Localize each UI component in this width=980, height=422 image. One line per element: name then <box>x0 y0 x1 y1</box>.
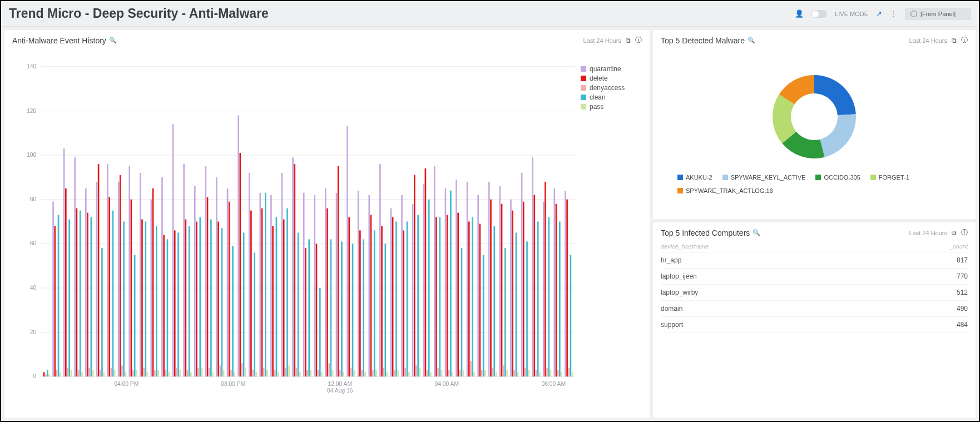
svg-rect-169 <box>374 230 375 376</box>
svg-rect-180 <box>397 370 399 376</box>
svg-rect-176 <box>390 208 392 377</box>
svg-rect-250 <box>550 370 552 376</box>
svg-rect-240 <box>528 370 529 376</box>
svg-rect-89 <box>199 217 201 377</box>
svg-rect-56 <box>128 166 130 376</box>
svg-rect-195 <box>430 372 432 376</box>
legend-item[interactable]: OCCIDO.305 <box>815 174 860 181</box>
legend-item[interactable]: pass <box>581 103 642 111</box>
column-header[interactable]: device_hostname <box>661 243 934 250</box>
export-icon[interactable]: ⧉ <box>626 37 631 44</box>
export-icon[interactable]: ⧉ <box>952 37 957 44</box>
svg-text:100: 100 <box>27 152 36 158</box>
svg-rect-24 <box>58 215 60 377</box>
legend-item[interactable]: SPYWARE_KEYL_ACTIVE <box>722 174 806 181</box>
svg-rect-199 <box>439 217 440 377</box>
svg-rect-119 <box>265 193 266 376</box>
svg-rect-45 <box>103 372 105 376</box>
svg-rect-151 <box>336 193 338 376</box>
svg-rect-37 <box>87 213 88 377</box>
svg-rect-234 <box>516 232 517 376</box>
zoom-icon[interactable]: 🔍 <box>109 37 117 44</box>
svg-rect-127 <box>283 220 285 377</box>
panel-selector[interactable]: [From Panel] <box>905 8 971 20</box>
svg-rect-66 <box>151 200 152 377</box>
svg-rect-92 <box>207 197 209 377</box>
svg-rect-113 <box>252 370 254 376</box>
svg-rect-65 <box>147 372 149 376</box>
svg-rect-49 <box>112 211 114 377</box>
zoom-icon[interactable]: 🔍 <box>748 37 755 44</box>
svg-rect-126 <box>281 173 283 376</box>
svg-rect-63 <box>143 368 145 376</box>
infected-computers-panel: Top 5 Infected Computers 🔍 Last 24 Hours… <box>653 222 976 418</box>
svg-rect-48 <box>111 368 112 376</box>
svg-rect-198 <box>437 368 439 376</box>
svg-text:12:00 AM: 12:00 AM <box>328 381 352 387</box>
svg-rect-232 <box>512 211 513 377</box>
svg-rect-173 <box>383 368 384 376</box>
export-icon[interactable]: ⧉ <box>952 229 957 237</box>
svg-rect-101 <box>227 188 229 376</box>
svg-rect-112 <box>250 211 252 377</box>
svg-rect-54 <box>123 222 125 377</box>
table-row[interactable]: laptop_ijeen770 <box>661 269 968 285</box>
legend-item[interactable]: delete <box>581 75 642 82</box>
live-mode-label: LIVE MODE <box>835 11 868 17</box>
svg-rect-221 <box>488 182 490 376</box>
svg-rect-255 <box>561 372 562 376</box>
legend-item[interactable]: AKUKU-2 <box>677 174 712 181</box>
svg-rect-166 <box>368 195 370 377</box>
svg-rect-72 <box>163 235 165 376</box>
share-icon[interactable]: ↗ <box>876 9 882 18</box>
svg-rect-244 <box>537 222 539 377</box>
legend-item[interactable]: clean <box>581 93 642 101</box>
info-icon[interactable]: ⓘ <box>635 36 642 45</box>
column-header[interactable]: _count <box>934 243 968 250</box>
live-mode-toggle[interactable] <box>811 10 827 18</box>
event-history-chart[interactable]: 02040608010012014004:00 PM08:00 PM12:00 … <box>12 48 581 412</box>
legend-item[interactable]: denyaccess <box>581 84 642 92</box>
svg-rect-208 <box>459 370 461 376</box>
kebab-menu-icon[interactable]: ⋮ <box>890 9 897 18</box>
table-row[interactable]: laptop_wirby512 <box>661 285 968 301</box>
infected-table: device_hostname _count hr_app817laptop_i… <box>661 241 968 333</box>
svg-rect-156 <box>347 126 348 376</box>
legend-item[interactable]: SPYWARE_TRAK_ACTLOG.16 <box>677 187 773 194</box>
info-icon[interactable]: ⓘ <box>961 36 968 45</box>
svg-rect-74 <box>167 239 169 376</box>
svg-rect-125 <box>278 372 279 376</box>
svg-rect-157 <box>348 217 350 377</box>
info-icon[interactable]: ⓘ <box>961 228 968 237</box>
svg-rect-222 <box>490 200 492 377</box>
legend-item[interactable]: FORGET-1 <box>870 174 909 181</box>
svg-rect-138 <box>306 370 308 376</box>
user-icon: 👤 <box>795 9 804 18</box>
svg-rect-203 <box>448 370 450 376</box>
svg-rect-88 <box>197 368 199 376</box>
svg-rect-32 <box>76 208 78 377</box>
svg-rect-229 <box>504 248 506 376</box>
svg-rect-114 <box>254 252 255 376</box>
svg-rect-18 <box>45 374 47 376</box>
svg-rect-236 <box>521 173 523 376</box>
svg-rect-228 <box>503 365 504 376</box>
svg-rect-57 <box>131 200 132 377</box>
svg-rect-104 <box>232 246 234 376</box>
svg-rect-204 <box>450 191 452 376</box>
svg-rect-61 <box>140 173 141 376</box>
svg-rect-239 <box>526 241 528 376</box>
malware-donut-chart[interactable] <box>761 64 867 170</box>
svg-rect-83 <box>187 370 189 376</box>
table-row[interactable]: domain490 <box>661 301 968 317</box>
svg-rect-251 <box>554 188 556 376</box>
table-row[interactable]: support484 <box>661 317 968 333</box>
svg-rect-50 <box>114 370 116 376</box>
svg-rect-185 <box>408 372 410 376</box>
legend-item[interactable]: quarantine <box>581 65 642 73</box>
svg-rect-140 <box>310 370 312 376</box>
svg-rect-187 <box>414 175 415 376</box>
svg-rect-213 <box>470 361 472 376</box>
zoom-icon[interactable]: 🔍 <box>753 229 760 236</box>
table-row[interactable]: hr_app817 <box>661 252 968 269</box>
